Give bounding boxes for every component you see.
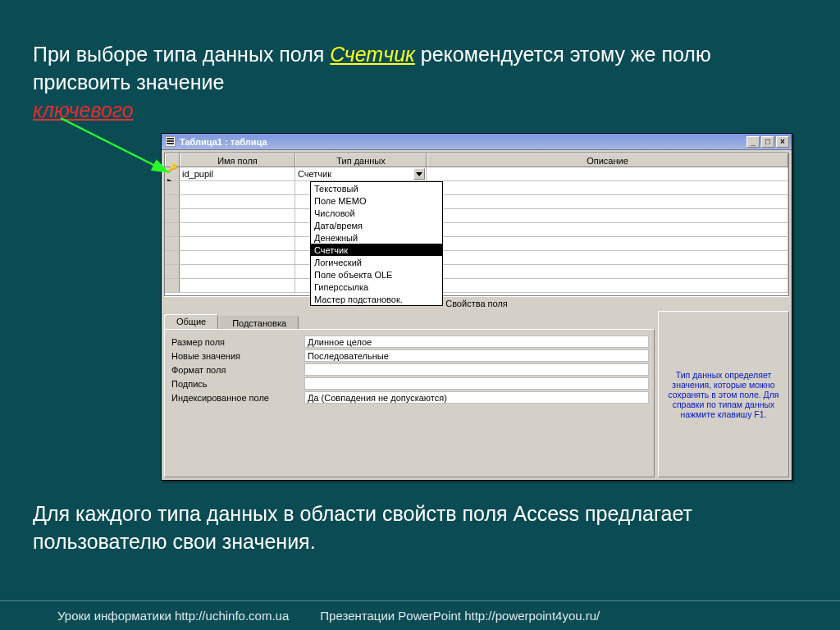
field-name-cell[interactable]: id_pupil: [180, 167, 295, 180]
table-design-window: Таблица1 : таблица _ □ × Имя поля Тип да…: [161, 133, 792, 481]
highlight-counter: Счетчик: [330, 43, 415, 66]
dropdown-option[interactable]: Денежный: [311, 231, 442, 244]
close-button[interactable]: ×: [776, 136, 789, 148]
prop-value[interactable]: [304, 363, 649, 376]
prop-value[interactable]: Да (Совпадения не допускаются): [304, 391, 649, 404]
dropdown-option[interactable]: Текстовый: [311, 182, 442, 194]
slide-line-1: При выборе типа данных поля: [33, 43, 330, 66]
slide-bottom-text: Для каждого типа данных в области свойст…: [33, 500, 804, 556]
col-field-name[interactable]: Имя поля: [180, 153, 295, 167]
data-type-cell[interactable]: Счетчик: [295, 167, 427, 180]
minimize-button[interactable]: _: [746, 136, 760, 148]
prop-label: Размер поля: [165, 337, 304, 347]
prop-label: Подпись: [165, 379, 304, 389]
col-data-type[interactable]: Тип данных: [295, 153, 427, 167]
datasheet-icon: [165, 136, 176, 147]
footer-left: Уроки информатики http://uchinfo.com.ua: [57, 609, 289, 623]
properties-caption: Свойства поля: [164, 296, 789, 309]
prop-label: Индексированное поле: [165, 393, 304, 403]
col-description[interactable]: Описание: [427, 153, 788, 167]
data-type-dropdown[interactable]: Текстовый Поле МЕМО Числовой Дата/время …: [310, 181, 443, 306]
dropdown-option[interactable]: Логический: [311, 256, 442, 268]
title-bar[interactable]: Таблица1 : таблица _ □ ×: [162, 134, 792, 150]
dropdown-option[interactable]: Дата/время: [311, 219, 442, 231]
slide-footer: Уроки информатики http://uchinfo.com.ua …: [0, 600, 840, 630]
dropdown-option[interactable]: Числовой: [311, 207, 442, 219]
prop-value[interactable]: [304, 377, 649, 390]
prop-label: Формат поля: [165, 365, 304, 375]
dropdown-option[interactable]: Поле МЕМО: [311, 194, 442, 207]
window-title: Таблица1 : таблица: [180, 137, 746, 147]
prop-value[interactable]: Последовательные: [304, 349, 649, 362]
prop-value[interactable]: Длинное целое: [304, 336, 649, 348]
dropdown-option[interactable]: Гиперссылка: [311, 281, 442, 293]
table-row[interactable]: 🔑▸ id_pupil Счетчик: [165, 167, 788, 181]
description-cell[interactable]: [427, 167, 788, 180]
properties-panel: Размер поляДлинное целое Новые значенияП…: [164, 329, 655, 477]
prop-label: Новые значения: [165, 351, 304, 361]
dropdown-option[interactable]: Поле объекта OLE: [311, 268, 442, 281]
svg-line-0: [61, 118, 168, 172]
tab-general[interactable]: Общие: [164, 314, 218, 329]
dropdown-option[interactable]: Мастер подстановок.: [311, 293, 442, 305]
tab-lookup[interactable]: Подстановка: [220, 316, 299, 329]
field-grid[interactable]: Имя поля Тип данных Описание 🔑▸ id_pupil…: [164, 153, 789, 296]
slide-text: При выборе типа данных поля Счетчик реко…: [33, 41, 804, 124]
data-type-value: Счетчик: [298, 169, 331, 179]
primary-key-indicator[interactable]: 🔑▸: [165, 167, 180, 180]
dropdown-option-selected[interactable]: Счетчик: [311, 244, 442, 256]
maximize-button[interactable]: □: [761, 136, 774, 148]
footer-right: Презентации PowerPoint http://powerpoint…: [320, 609, 600, 623]
data-type-dropdown-button[interactable]: [413, 168, 425, 180]
help-text: Тип данных определяет значения, которые …: [658, 311, 789, 477]
highlight-key: ключевого: [33, 98, 134, 121]
